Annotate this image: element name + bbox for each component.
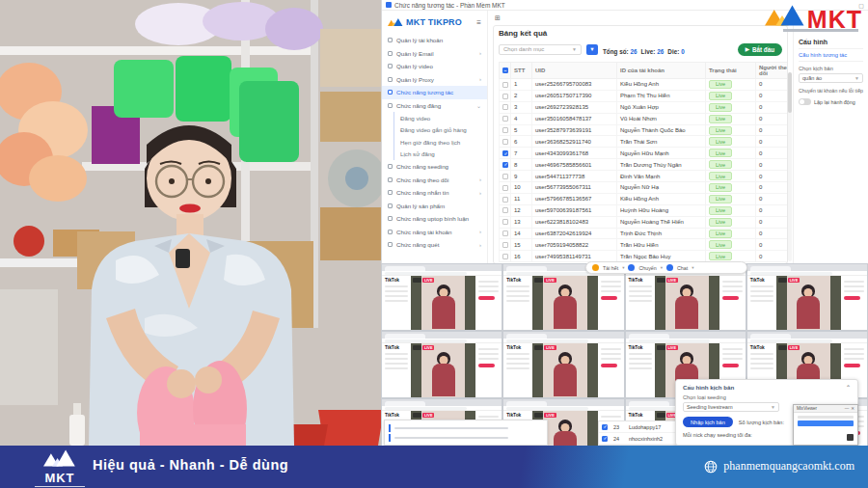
table-row[interactable]: 12user59700639187561Huỳnh Hữu HoàngLive0: [500, 204, 789, 216]
table-row[interactable]: 15user7059194058822Trần Hữu HiềnLive0: [500, 239, 789, 251]
row-checkbox[interactable]: [502, 150, 508, 156]
category-select[interactable]: Chọn danh mục ▼: [499, 44, 582, 55]
remove-button[interactable]: [847, 434, 854, 441]
row-checkbox[interactable]: [502, 94, 508, 99]
row-checkbox[interactable]: [502, 197, 508, 203]
streamer-body: [432, 296, 455, 329]
table-row[interactable]: 1user25266795700083Kiều Hồng AnhLive0: [500, 79, 789, 91]
followers-cell: 0: [756, 79, 789, 91]
follow-button[interactable]: [478, 296, 495, 300]
row-checkbox[interactable]: [502, 185, 508, 191]
sidebar-item[interactable]: Quản lý video: [382, 60, 487, 73]
table-row[interactable]: 8user46967585856601Trần Dương Thùy NgânL…: [500, 159, 789, 171]
toolbar-item[interactable]: Chuyển: [638, 265, 656, 271]
row-checkbox[interactable]: [502, 207, 508, 213]
sidebar-item[interactable]: Quản lý Proxy›: [382, 73, 487, 87]
sidebar-item[interactable]: Quản lý tài khoản: [382, 34, 487, 47]
follow-button[interactable]: [601, 296, 617, 300]
row-checkbox[interactable]: [502, 139, 508, 145]
table-row[interactable]: 2user26051750717390Phạm Thị Thu HiềnLive…: [500, 90, 789, 101]
live-window-tile[interactable]: TikTokLIVE: [381, 331, 502, 398]
import-script-button[interactable]: Nhập kịch bản: [683, 417, 733, 427]
sidebar-subitem[interactable]: Đăng video gắn giỏ hàng: [394, 124, 487, 137]
stt-cell: 13: [511, 216, 532, 228]
row-checkbox[interactable]: [502, 242, 508, 248]
live-window-tile[interactable]: TikTokLIVE: [381, 263, 502, 331]
sidebar-item[interactable]: Chức năng tài khoản›: [382, 226, 487, 239]
layout-icon[interactable]: ⊞: [495, 14, 788, 22]
table-row[interactable]: 3user2692723928135Ngô Xuân HợpLive0: [500, 101, 789, 113]
sidebar-item[interactable]: Chức năng đăng⌄: [382, 99, 487, 113]
sidebar-item[interactable]: Quản lý Email›: [382, 47, 487, 61]
sidebar-subitem[interactable]: Đăng video: [394, 112, 487, 124]
row-checkbox[interactable]: [502, 116, 508, 122]
script-select[interactable]: quần áo ▼: [799, 73, 863, 83]
toolbar-item[interactable]: Tải hết: [603, 265, 618, 271]
sidebar-item[interactable]: Quản lý sản phẩm: [382, 200, 487, 213]
sidebar-item[interactable]: Chức năng tương tác: [382, 86, 487, 99]
filter-button[interactable]: ▼: [586, 44, 598, 55]
row-checkbox[interactable]: [502, 104, 508, 110]
table-row[interactable]: 7user4343099361768Nguyễn Hữu MạnhLive0: [500, 148, 789, 159]
live-window-tile[interactable]: TikTokLIVE: [502, 331, 624, 398]
follow-button[interactable]: [844, 296, 860, 300]
menu-collapse-icon[interactable]: ≡: [476, 18, 481, 27]
table-row[interactable]: 16user74995381149731Trần Ngọc Bảo HuyLiv…: [500, 251, 789, 262]
row-checkbox[interactable]: [502, 127, 508, 133]
checkbox-cell: [500, 136, 511, 148]
row-checkbox[interactable]: [502, 219, 508, 225]
tiktok-sidebar: TikTok: [382, 343, 411, 397]
sidebar-item[interactable]: Chức năng nhắn tin›: [382, 186, 487, 200]
record-icon[interactable]: [592, 264, 599, 271]
tool-icon[interactable]: [666, 264, 673, 271]
row-checkbox[interactable]: [502, 254, 508, 259]
collapse-icon[interactable]: ⌃: [846, 384, 851, 391]
table-row[interactable]: 14user63872042619924Trịnh Đức ThịnhLive0: [500, 228, 789, 239]
follow-button[interactable]: [722, 296, 739, 300]
tool-icon[interactable]: [628, 264, 635, 271]
chat-line: [478, 281, 499, 283]
close-icon[interactable]: ✕: [851, 406, 854, 411]
follow-button[interactable]: [722, 364, 739, 367]
sidebar-item[interactable]: Chức năng seeding: [382, 160, 487, 174]
row-checkbox[interactable]: [502, 174, 508, 179]
stt-cell: 16: [511, 251, 532, 262]
table-row[interactable]: 5user35287973639191Nguyễn Thành Quốc Bảo…: [500, 124, 789, 136]
sidebar-subitem[interactable]: Hẹn giờ đăng theo lịch: [394, 136, 487, 149]
chevron-down-icon: ▼: [854, 75, 859, 81]
table-row[interactable]: 13user6223818102483Nguyễn Hoàng Thế Hiển…: [500, 216, 789, 228]
follow-button[interactable]: [844, 364, 860, 367]
row-checkbox[interactable]: [602, 424, 608, 430]
seeding-type-select[interactable]: Seeding livestream ▼: [683, 402, 779, 412]
row-checkbox[interactable]: [502, 230, 508, 236]
select-all-checkbox[interactable]: [502, 68, 508, 73]
table-scrollbar[interactable]: [788, 72, 792, 261]
table-row[interactable]: 11user57966785136567Kiều Hồng AnhLive0: [500, 193, 789, 204]
table-row[interactable]: 6user36368252911740Trần Thái SơnLive0: [500, 136, 789, 148]
row-checkbox[interactable]: [502, 162, 508, 168]
start-button[interactable]: ▶ Bắt đầu: [738, 43, 782, 56]
menu-line: [506, 353, 529, 355]
sidebar-item[interactable]: Chức năng quét›: [382, 238, 487, 252]
toolbar-item[interactable]: Chat: [677, 265, 688, 271]
chat-line: [722, 281, 743, 283]
table-row[interactable]: 10user56773955067311Nguyễn Nữ HạLive0: [500, 182, 789, 194]
table-row[interactable]: 4user35016058478137Vũ Hoài NhơnLive0: [500, 113, 789, 124]
tile-page: TikTokLIVE: [382, 276, 502, 330]
follow-button[interactable]: [601, 364, 617, 367]
sidebar-subitem[interactable]: Lịch sử đăng: [394, 149, 487, 161]
sidebar-item[interactable]: Chức năng theo dõi›: [382, 174, 487, 187]
table-row[interactable]: 9user544711377738Đinh Văn MạnhLive0: [500, 171, 789, 182]
minimize-icon[interactable]: —: [845, 406, 850, 411]
row-checkbox[interactable]: [502, 82, 508, 88]
live-window-tile[interactable]: TikTokLIVE: [746, 263, 868, 331]
repeat-toggle[interactable]: [799, 98, 811, 105]
action-list-item[interactable]: [389, 423, 543, 433]
sidebar-item-label: Chức năng tương tác: [396, 89, 453, 95]
sidebar-item[interactable]: Chức năng uptop bình luận: [382, 212, 487, 226]
action-list-item[interactable]: [389, 433, 543, 443]
config-tab-interaction[interactable]: Cấu hình tương tác: [799, 48, 863, 62]
follow-button[interactable]: [478, 364, 495, 367]
selected-item[interactable]: [798, 420, 854, 426]
row-checkbox[interactable]: [602, 436, 608, 442]
